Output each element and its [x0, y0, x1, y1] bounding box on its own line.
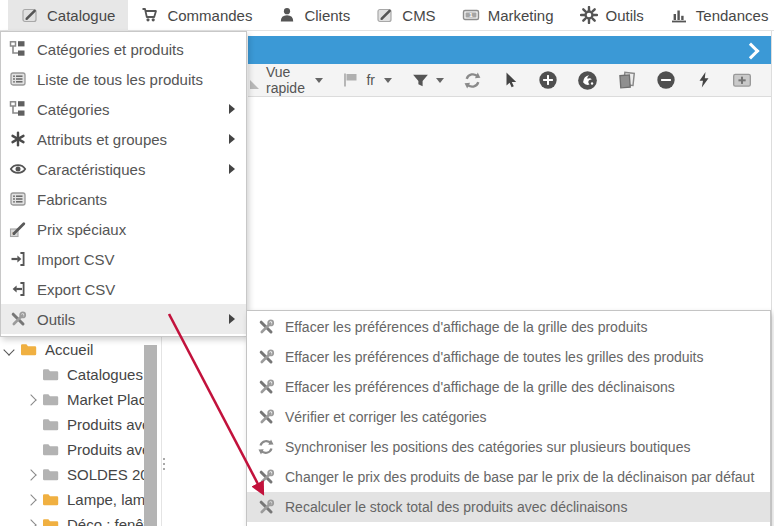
submenu-item-effacer-grille-declinaisons[interactable]: Effacer les préférences d'affichage de l… [247, 372, 770, 402]
tools-icon [257, 348, 275, 366]
menu-item-label: Catégories et produits [37, 41, 184, 58]
folder-icon [42, 516, 60, 526]
tree-item-label: Déco : fenêt [67, 516, 144, 526]
folder-icon [20, 341, 38, 359]
chevron-down-icon[interactable] [0, 346, 18, 354]
category-tree-icon [9, 100, 27, 118]
menu-item-attributs[interactable]: Attributs et groupes [1, 124, 246, 154]
person-icon [278, 6, 296, 24]
tree-item-label: Market Place [67, 391, 144, 408]
menu-clients[interactable]: Clients [265, 0, 363, 31]
submenu-item-effacer-toutes-grilles[interactable]: Effacer les préférences d'affichage de t… [247, 342, 770, 372]
add-to-folder-button[interactable] [732, 70, 752, 90]
menu-item-label: Caractéristiques [37, 161, 145, 178]
tools-icon [257, 498, 275, 516]
menu-item-outils[interactable]: Outils [1, 304, 246, 334]
menu-marketing[interactable]: 1 Marketing [449, 0, 567, 31]
sync-icon [257, 438, 275, 456]
menu-cms[interactable]: CMS [363, 0, 448, 31]
tree-item[interactable]: Lampe, lamp [0, 487, 144, 512]
remove-button[interactable] [656, 70, 676, 90]
submenu-item-label: Effacer les préférences d'affichage de l… [285, 379, 675, 395]
filter-dropdown[interactable] [411, 71, 444, 90]
asterisk-icon [9, 130, 27, 148]
tree-item[interactable]: SOLDES 202 [0, 462, 144, 487]
tree-item[interactable]: Catalogues F [0, 362, 144, 387]
menu-item-prix-speciaux[interactable]: s Prix spéciaux [1, 214, 246, 244]
chevron-right-icon[interactable] [743, 43, 760, 60]
menu-item-label: Catégories [37, 101, 110, 118]
submenu-item-label: Vérifier et corriger les catégories [285, 409, 487, 425]
outils-submenu: Effacer les préférences d'affichage de l… [246, 310, 771, 526]
menu-outils[interactable]: Outils [567, 0, 657, 31]
add-product-button[interactable] [538, 70, 558, 90]
chevron-right-icon[interactable] [22, 396, 40, 404]
chevron-right-icon[interactable] [22, 496, 40, 504]
chevron-right-icon[interactable] [22, 471, 40, 479]
list-icon [9, 70, 27, 88]
tree-item[interactable]: Market Place [0, 387, 144, 412]
folder-icon [42, 441, 60, 459]
copy-paste-button[interactable] [617, 70, 637, 90]
submenu-item-verifier-categories[interactable]: Vérifier et corriger les catégories [247, 402, 770, 432]
select-mode-button[interactable] [501, 71, 519, 89]
language-dropdown[interactable]: fr [342, 71, 392, 89]
submenu-item-label: Effacer les préférences d'affichage de l… [285, 319, 647, 335]
cursor-icon [501, 71, 519, 89]
tools-icon [257, 408, 275, 426]
menu-item-fabricants[interactable]: Fabricants [1, 184, 246, 214]
app-window: Catalogue Commandes Clients CMS 1 [0, 0, 774, 526]
banknote-icon: 1 [462, 6, 480, 24]
quick-actions-button[interactable] [695, 71, 713, 89]
menu-item-label: Liste de tous les produits [37, 71, 203, 88]
menu-item-categories[interactable]: Catégories [1, 94, 246, 124]
remove-circle-icon [656, 70, 676, 90]
submenu-item-effacer-grille-produits[interactable]: Effacer les préférences d'affichage de l… [247, 312, 770, 342]
tree-item[interactable]: Produits ave [0, 412, 144, 437]
tree-item-label: SOLDES 202 [67, 466, 144, 483]
edit-note-icon [376, 6, 394, 24]
lightning-icon [695, 71, 713, 89]
submenu-arrow-icon [229, 134, 235, 144]
folder-add-icon [732, 70, 752, 90]
tree-item[interactable]: Produits ave [0, 437, 144, 462]
category-tree-icon [9, 40, 27, 58]
submenu-item-synchroniser-positions[interactable]: Synchroniser les positions des catégorie… [247, 432, 770, 462]
quick-view-dropdown[interactable]: Vue rapide [266, 64, 323, 96]
menu-item-categories-et-produits[interactable]: Catégories et produits [1, 34, 246, 64]
menu-catalogue[interactable]: Catalogue [8, 0, 128, 31]
gear-icon [580, 6, 598, 24]
menu-item-liste-produits[interactable]: Liste de tous les produits [1, 64, 246, 94]
menu-label: Outils [606, 7, 644, 24]
menu-item-import-csv[interactable]: Import CSV [1, 244, 246, 274]
export-icon [9, 280, 27, 298]
eye-icon [9, 160, 27, 178]
tree-scrollbar[interactable] [144, 345, 157, 526]
language-code: fr [366, 72, 375, 88]
menu-item-caracteristiques[interactable]: Caractéristiques [1, 154, 246, 184]
chevron-right-icon[interactable] [22, 521, 40, 526]
chevron-down-icon [436, 78, 444, 83]
tree-panel-border [161, 337, 162, 526]
grid-toolbar: Vue rapide fr [248, 64, 771, 97]
menu-commandes[interactable]: Commandes [128, 0, 265, 31]
collapse-handle-icon[interactable] [250, 80, 259, 89]
submenu-arrow-icon [229, 314, 235, 324]
menu-tendances[interactable]: Tendances [657, 0, 774, 31]
prestashop-action-button[interactable] [577, 70, 598, 91]
folder-icon [42, 416, 60, 434]
panel-splitter[interactable] [163, 458, 165, 470]
refresh-button[interactable] [463, 71, 482, 90]
submenu-arrow-icon [229, 164, 235, 174]
cart-icon [141, 6, 159, 24]
submenu-item-changer-prix[interactable]: Changer le prix des produits de base par… [247, 462, 770, 492]
tree-item[interactable]: Déco : fenêt [0, 512, 144, 526]
folder-icon [42, 491, 60, 509]
tree-item-label: Lampe, lamp [67, 491, 144, 508]
menu-label: Tendances [696, 7, 769, 24]
submenu-item-label: Recalculer le stock total des produits a… [285, 499, 627, 515]
menu-item-export-csv[interactable]: Export CSV [1, 274, 246, 304]
category-tree: Accueil Catalogues F Market Place Produi… [0, 337, 144, 526]
tree-item-accueil[interactable]: Accueil [0, 337, 144, 362]
submenu-item-recalculer-stock[interactable]: Recalculer le stock total des produits a… [247, 492, 770, 522]
